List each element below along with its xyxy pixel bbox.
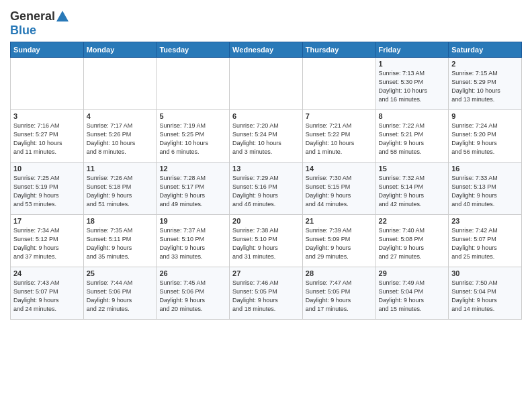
- svg-marker-0: [56, 11, 69, 21]
- day-info: Sunrise: 7:34 AM Sunset: 5:12 PM Dayligh…: [13, 226, 81, 261]
- day-number: 22: [379, 217, 446, 225]
- day-info: Sunrise: 7:50 AM Sunset: 5:04 PM Dayligh…: [451, 279, 519, 314]
- day-number: 7: [306, 112, 373, 120]
- day-number: 10: [13, 165, 81, 173]
- calendar-cell: 28Sunrise: 7:47 AM Sunset: 5:05 PM Dayli…: [302, 267, 375, 319]
- calendar-cell: [157, 57, 230, 109]
- day-info: Sunrise: 7:46 AM Sunset: 5:05 PM Dayligh…: [232, 279, 300, 314]
- day-info: Sunrise: 7:47 AM Sunset: 5:05 PM Dayligh…: [306, 279, 373, 314]
- day-info: Sunrise: 7:30 AM Sunset: 5:15 PM Dayligh…: [306, 174, 373, 209]
- day-number: 30: [451, 269, 519, 277]
- day-info: Sunrise: 7:25 AM Sunset: 5:19 PM Dayligh…: [13, 174, 81, 209]
- day-number: 6: [232, 112, 300, 120]
- calendar-cell: 9Sunrise: 7:24 AM Sunset: 5:20 PM Daylig…: [449, 109, 522, 162]
- calendar-cell: 8Sunrise: 7:22 AM Sunset: 5:21 PM Daylig…: [375, 109, 449, 162]
- day-info: Sunrise: 7:49 AM Sunset: 5:04 PM Dayligh…: [379, 279, 446, 314]
- day-info: Sunrise: 7:21 AM Sunset: 5:22 PM Dayligh…: [306, 122, 373, 156]
- calendar-cell: 1Sunrise: 7:13 AM Sunset: 5:30 PM Daylig…: [375, 57, 449, 109]
- dow-header: Monday: [83, 42, 157, 57]
- day-info: Sunrise: 7:13 AM Sunset: 5:30 PM Dayligh…: [379, 69, 446, 104]
- calendar-cell: 12Sunrise: 7:28 AM Sunset: 5:17 PM Dayli…: [157, 162, 230, 214]
- calendar-cell: 2Sunrise: 7:15 AM Sunset: 5:29 PM Daylig…: [449, 57, 522, 109]
- calendar-cell: 27Sunrise: 7:46 AM Sunset: 5:05 PM Dayli…: [230, 267, 303, 319]
- calendar-cell: 26Sunrise: 7:45 AM Sunset: 5:06 PM Dayli…: [157, 267, 230, 319]
- dow-header: Sunday: [11, 42, 84, 57]
- day-number: 28: [306, 269, 373, 277]
- day-number: 12: [159, 165, 226, 173]
- day-number: 16: [451, 165, 519, 173]
- day-number: 9: [451, 112, 519, 120]
- day-number: 3: [13, 112, 81, 120]
- day-info: Sunrise: 7:39 AM Sunset: 5:09 PM Dayligh…: [306, 226, 373, 261]
- calendar-cell: 29Sunrise: 7:49 AM Sunset: 5:04 PM Dayli…: [375, 267, 449, 319]
- day-info: Sunrise: 7:26 AM Sunset: 5:18 PM Dayligh…: [87, 174, 154, 209]
- day-number: 15: [379, 165, 446, 173]
- day-number: 21: [306, 217, 373, 225]
- calendar-cell: 24Sunrise: 7:43 AM Sunset: 5:07 PM Dayli…: [11, 267, 84, 319]
- calendar-cell: 7Sunrise: 7:21 AM Sunset: 5:22 PM Daylig…: [302, 109, 375, 162]
- day-info: Sunrise: 7:35 AM Sunset: 5:11 PM Dayligh…: [87, 226, 154, 261]
- calendar-container: General Blue SundayMondayTuesdayWednesda…: [0, 0, 532, 326]
- calendar-cell: 22Sunrise: 7:40 AM Sunset: 5:08 PM Dayli…: [375, 214, 449, 267]
- day-info: Sunrise: 7:37 AM Sunset: 5:10 PM Dayligh…: [159, 226, 226, 261]
- day-info: Sunrise: 7:45 AM Sunset: 5:06 PM Dayligh…: [159, 279, 226, 314]
- calendar-cell: 20Sunrise: 7:38 AM Sunset: 5:10 PM Dayli…: [230, 214, 303, 267]
- calendar-cell: 3Sunrise: 7:16 AM Sunset: 5:27 PM Daylig…: [11, 109, 84, 162]
- day-of-week-row: SundayMondayTuesdayWednesdayThursdayFrid…: [11, 42, 522, 57]
- day-info: Sunrise: 7:44 AM Sunset: 5:06 PM Dayligh…: [87, 279, 154, 314]
- day-number: 4: [87, 112, 154, 120]
- day-info: Sunrise: 7:17 AM Sunset: 5:26 PM Dayligh…: [87, 122, 154, 156]
- day-number: 24: [13, 269, 81, 277]
- calendar-cell: 4Sunrise: 7:17 AM Sunset: 5:26 PM Daylig…: [83, 109, 157, 162]
- calendar-cell: 6Sunrise: 7:20 AM Sunset: 5:24 PM Daylig…: [230, 109, 303, 162]
- calendar-cell: [83, 57, 157, 109]
- day-number: 1: [379, 60, 446, 68]
- dow-header: Thursday: [302, 42, 375, 57]
- day-number: 29: [379, 269, 446, 277]
- day-info: Sunrise: 7:32 AM Sunset: 5:14 PM Dayligh…: [379, 174, 446, 209]
- day-number: 5: [159, 112, 226, 120]
- day-number: 17: [13, 217, 81, 225]
- day-info: Sunrise: 7:16 AM Sunset: 5:27 PM Dayligh…: [13, 122, 81, 156]
- day-number: 27: [232, 269, 300, 277]
- week-row: 3Sunrise: 7:16 AM Sunset: 5:27 PM Daylig…: [11, 109, 522, 162]
- day-number: 14: [306, 165, 373, 173]
- calendar-cell: 23Sunrise: 7:42 AM Sunset: 5:07 PM Dayli…: [449, 214, 522, 267]
- calendar-cell: 30Sunrise: 7:50 AM Sunset: 5:04 PM Dayli…: [449, 267, 522, 319]
- day-info: Sunrise: 7:19 AM Sunset: 5:25 PM Dayligh…: [159, 122, 226, 156]
- week-row: 24Sunrise: 7:43 AM Sunset: 5:07 PM Dayli…: [11, 267, 522, 319]
- dow-header: Wednesday: [230, 42, 303, 57]
- logo-general: General: [10, 9, 55, 23]
- day-info: Sunrise: 7:20 AM Sunset: 5:24 PM Dayligh…: [232, 122, 300, 156]
- header: General Blue: [10, 7, 522, 38]
- week-row: 17Sunrise: 7:34 AM Sunset: 5:12 PM Dayli…: [11, 214, 522, 267]
- calendar-cell: [230, 57, 303, 109]
- day-number: 2: [451, 60, 519, 68]
- calendar-cell: 21Sunrise: 7:39 AM Sunset: 5:09 PM Dayli…: [302, 214, 375, 267]
- calendar-body: 1Sunrise: 7:13 AM Sunset: 5:30 PM Daylig…: [11, 57, 522, 319]
- day-info: Sunrise: 7:42 AM Sunset: 5:07 PM Dayligh…: [451, 226, 519, 261]
- day-number: 19: [159, 217, 226, 225]
- day-number: 26: [159, 269, 226, 277]
- dow-header: Tuesday: [157, 42, 230, 57]
- dow-header: Friday: [375, 42, 449, 57]
- day-number: 13: [232, 165, 300, 173]
- day-info: Sunrise: 7:33 AM Sunset: 5:13 PM Dayligh…: [451, 174, 519, 209]
- dow-header: Saturday: [449, 42, 522, 57]
- calendar-cell: 25Sunrise: 7:44 AM Sunset: 5:06 PM Dayli…: [83, 267, 157, 319]
- day-number: 8: [379, 112, 446, 120]
- day-number: 23: [451, 217, 519, 225]
- calendar-table: SundayMondayTuesdayWednesdayThursdayFrid…: [10, 42, 522, 320]
- day-info: Sunrise: 7:43 AM Sunset: 5:07 PM Dayligh…: [13, 279, 81, 314]
- day-info: Sunrise: 7:22 AM Sunset: 5:21 PM Dayligh…: [379, 122, 446, 156]
- day-info: Sunrise: 7:40 AM Sunset: 5:08 PM Dayligh…: [379, 226, 446, 261]
- day-info: Sunrise: 7:24 AM Sunset: 5:20 PM Dayligh…: [451, 122, 519, 156]
- calendar-cell: 18Sunrise: 7:35 AM Sunset: 5:11 PM Dayli…: [83, 214, 157, 267]
- day-info: Sunrise: 7:28 AM Sunset: 5:17 PM Dayligh…: [159, 174, 226, 209]
- day-number: 20: [232, 217, 300, 225]
- calendar-cell: [11, 57, 84, 109]
- day-number: 11: [87, 165, 154, 173]
- calendar-cell: [302, 57, 375, 109]
- day-info: Sunrise: 7:29 AM Sunset: 5:16 PM Dayligh…: [232, 174, 300, 209]
- day-number: 25: [87, 269, 154, 277]
